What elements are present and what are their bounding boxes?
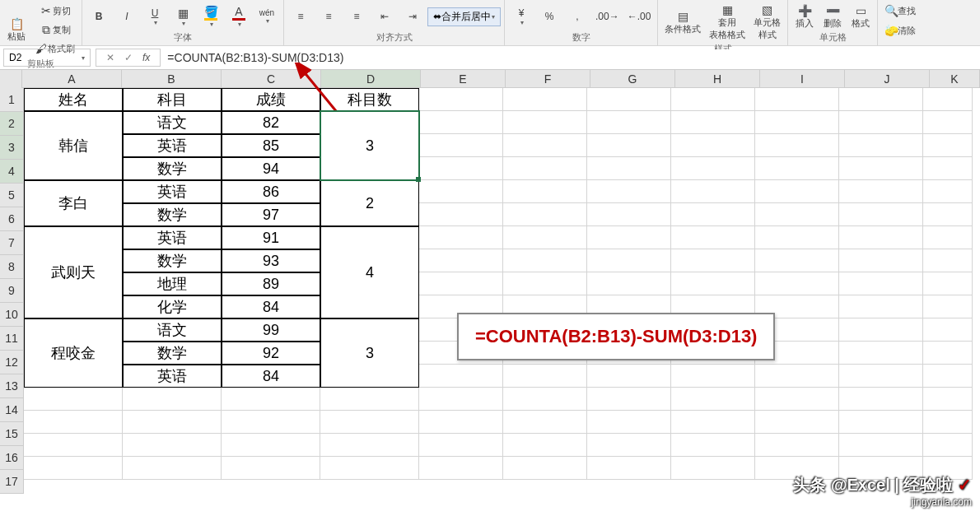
cell-D1[interactable]: 科目数 xyxy=(320,88,419,111)
cell-A5[interactable]: 李白 xyxy=(24,180,123,226)
cell-B4[interactable]: 数学 xyxy=(123,157,222,180)
copy-button[interactable]: ⧉复制 xyxy=(31,21,78,39)
indent-inc-button[interactable]: ⇥ xyxy=(399,9,426,24)
cell-D7[interactable]: 4 xyxy=(320,226,419,318)
row-header-16[interactable]: 16 xyxy=(0,446,24,470)
cell-C7[interactable]: 91 xyxy=(222,226,320,249)
column-header-C[interactable]: C xyxy=(222,70,321,88)
row-header-7[interactable]: 7 xyxy=(0,231,24,255)
italic-button[interactable]: I xyxy=(114,9,140,24)
cell-C13[interactable]: 84 xyxy=(222,365,320,388)
cell-B9[interactable]: 地理 xyxy=(123,272,222,295)
cell-A1[interactable]: 姓名 xyxy=(24,88,123,111)
column-header-G[interactable]: G xyxy=(590,70,675,88)
cell-B7[interactable]: 英语 xyxy=(123,226,222,249)
cell-A2[interactable]: 韩信 xyxy=(24,111,123,180)
confirm-icon[interactable]: ✓ xyxy=(124,52,133,63)
bold-button[interactable]: B xyxy=(86,9,112,24)
row-header-3[interactable]: 3 xyxy=(0,136,24,160)
cell-C12[interactable]: 92 xyxy=(222,342,320,365)
align-center-button[interactable]: ≡ xyxy=(315,9,342,24)
merge-center-button[interactable]: ⬌ 合并后居中 ▾ xyxy=(427,7,501,26)
row-header-9[interactable]: 9 xyxy=(0,279,24,303)
cell-B11[interactable]: 语文 xyxy=(123,318,222,342)
row-header-5[interactable]: 5 xyxy=(0,184,24,207)
cell-A7[interactable]: 武则天 xyxy=(24,226,123,318)
indent-dec-button[interactable]: ⇤ xyxy=(371,9,398,24)
select-all-corner[interactable] xyxy=(0,70,22,89)
cell-B8[interactable]: 数学 xyxy=(123,249,222,272)
cell-C6[interactable]: 97 xyxy=(222,203,320,226)
column-header-K[interactable]: K xyxy=(930,70,980,88)
comma-button[interactable]: , xyxy=(564,9,590,24)
format-button[interactable]: ▭格式 xyxy=(847,2,874,31)
insert-button[interactable]: ➕插入 xyxy=(791,2,818,31)
column-header-D[interactable]: D xyxy=(321,70,421,88)
row-header-11[interactable]: 11 xyxy=(0,327,24,351)
font-color-button[interactable]: A▾ xyxy=(226,3,252,30)
cell-D2[interactable]: 3 xyxy=(320,111,419,180)
delete-button[interactable]: ➖删除 xyxy=(819,2,846,31)
cell-B3[interactable]: 英语 xyxy=(123,134,222,157)
cell-B1[interactable]: 科目 xyxy=(123,88,222,111)
phonetic-button[interactable]: wén▾ xyxy=(254,7,280,26)
align-right-button[interactable]: ≡ xyxy=(343,9,370,24)
currency-button[interactable]: ¥▾ xyxy=(508,6,534,28)
cell-C4[interactable]: 94 xyxy=(222,157,320,180)
row-header-12[interactable]: 12 xyxy=(0,351,24,374)
row-header-13[interactable]: 13 xyxy=(0,374,24,398)
cell-C3[interactable]: 85 xyxy=(222,134,320,157)
cancel-icon[interactable]: ✕ xyxy=(106,52,114,63)
cell-B13[interactable]: 英语 xyxy=(123,365,222,388)
fill-handle[interactable] xyxy=(416,177,421,182)
row-header-6[interactable]: 6 xyxy=(0,207,24,231)
conditional-format-button[interactable]: ▤条件格式 xyxy=(661,8,704,37)
fill-color-button[interactable]: 🪣▾ xyxy=(198,3,224,30)
row-header-1[interactable]: 1 xyxy=(0,88,24,112)
column-header-A[interactable]: A xyxy=(22,70,122,88)
row-header-4[interactable]: 4 xyxy=(0,160,24,184)
underline-button[interactable]: U▾ xyxy=(142,6,168,28)
border-button[interactable]: ▦▾ xyxy=(170,5,196,29)
row-header-8[interactable]: 8 xyxy=(0,255,24,279)
row-header-10[interactable]: 10 xyxy=(0,303,24,327)
fx-icon[interactable]: fx xyxy=(142,52,150,63)
cell-B12[interactable]: 数学 xyxy=(123,342,222,365)
row-header-2[interactable]: 2 xyxy=(0,112,24,136)
column-header-E[interactable]: E xyxy=(421,70,506,88)
decrease-decimal-button[interactable]: ←.00 xyxy=(624,9,655,24)
cell-C11[interactable]: 99 xyxy=(222,318,320,342)
row-header-17[interactable]: 17 xyxy=(0,470,24,494)
find-button[interactable]: 🔍查找 xyxy=(881,2,919,20)
cell-C5[interactable]: 86 xyxy=(222,180,320,203)
row-header-15[interactable]: 15 xyxy=(0,422,24,446)
cell-B5[interactable]: 英语 xyxy=(123,180,222,203)
column-header-J[interactable]: J xyxy=(845,70,930,88)
clear-button[interactable]: 🧽清除 xyxy=(881,21,919,40)
cell-C1[interactable]: 成绩 xyxy=(222,88,320,111)
column-header-B[interactable]: B xyxy=(122,70,222,88)
cell-B2[interactable]: 语文 xyxy=(123,111,222,134)
name-box[interactable]: D2 ▾ xyxy=(3,49,91,67)
row-header-14[interactable]: 14 xyxy=(0,398,24,422)
cell-grid[interactable]: 姓名科目成绩科目数韩信李白武则天程咬金语文82英语85数学94英语86数学97英… xyxy=(24,88,973,480)
align-left-button[interactable]: ≡ xyxy=(287,9,314,24)
column-header-I[interactable]: I xyxy=(760,70,845,88)
cell-B10[interactable]: 化学 xyxy=(123,295,222,318)
cell-C9[interactable]: 89 xyxy=(222,272,320,295)
cell-B6[interactable]: 数学 xyxy=(123,203,222,226)
cell-C8[interactable]: 93 xyxy=(222,249,320,272)
cell-D5[interactable]: 2 xyxy=(320,180,419,226)
table-format-button[interactable]: ▦套用 表格格式 xyxy=(706,2,749,43)
cell-styles-button[interactable]: ▧单元格 样式 xyxy=(750,2,784,43)
column-header-H[interactable]: H xyxy=(675,70,760,88)
cell-A11[interactable]: 程咬金 xyxy=(24,318,123,388)
paste-button[interactable]: 📋 粘贴 xyxy=(3,16,30,44)
column-header-F[interactable]: F xyxy=(506,70,590,88)
cell-C2[interactable]: 82 xyxy=(222,111,320,134)
cell-D11[interactable]: 3 xyxy=(320,318,419,388)
increase-decimal-button[interactable]: .00→ xyxy=(592,9,623,24)
cell-C10[interactable]: 84 xyxy=(222,295,320,318)
percent-button[interactable]: % xyxy=(536,9,562,24)
formula-input[interactable] xyxy=(162,49,980,66)
